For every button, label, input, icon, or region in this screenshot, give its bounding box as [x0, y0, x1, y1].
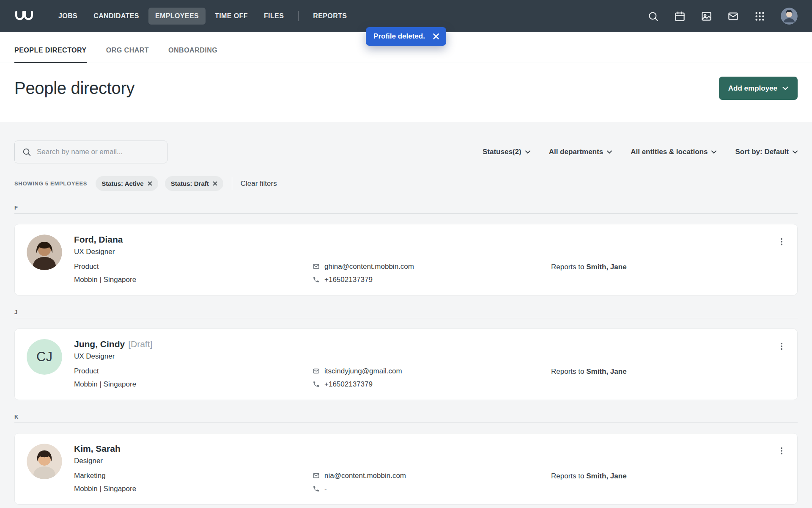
employee-entity-location: Mobbin | Singapore [74, 485, 308, 492]
chip-status-active[interactable]: Status: Active [96, 176, 158, 191]
active-filters-row: SHOWING 5 EMPLOYEES Status: Active Statu… [14, 176, 798, 191]
employee-department: Product [74, 367, 308, 375]
page-title: People directory [14, 79, 134, 98]
chevron-down-icon [525, 150, 530, 154]
logo-icon [14, 10, 34, 23]
employee-card[interactable]: Ford, Diana UX Designer Product Mobbin |… [14, 224, 798, 295]
kebab-menu-icon[interactable] [777, 446, 786, 456]
employee-job-title: UX Designer [74, 352, 785, 361]
manager-name: Smith, Jane [586, 367, 626, 375]
avatar-image [27, 235, 62, 270]
employee-department: Marketing [74, 472, 308, 479]
phone-icon [313, 485, 320, 492]
nav-item-files[interactable]: FILES [257, 8, 291, 25]
employee-contact-column: nia@content.mobbin.com - [313, 472, 547, 492]
envelope-icon [313, 263, 320, 270]
add-employee-button[interactable]: Add employee [719, 77, 798, 100]
employee-card[interactable]: Kim, Sarah Designer Marketing Mobbin | S… [14, 433, 798, 505]
employee-manager-column: Reports to Smith, Jane [551, 367, 785, 388]
photo-icon[interactable] [701, 11, 712, 22]
chip-close-icon[interactable] [213, 181, 217, 186]
chip-label: Status: Active [102, 180, 143, 187]
nav-item-reports[interactable]: REPORTS [306, 8, 354, 25]
search-icon[interactable] [647, 11, 659, 22]
avatar-image [27, 444, 62, 479]
statuses-filter-label: Statuses(2) [483, 148, 521, 156]
employee-name-text: Ford, Diana [74, 235, 123, 244]
kebab-menu-icon[interactable] [777, 342, 786, 351]
nav-item-timeoff[interactable]: TIME OFF [208, 8, 255, 25]
add-employee-label: Add employee [728, 84, 777, 93]
employee-name: Ford, Diana [74, 235, 785, 245]
chip-status-draft[interactable]: Status: Draft [165, 176, 223, 191]
employee-entity-location: Mobbin | Singapore [74, 381, 308, 388]
chip-label: Status: Draft [171, 180, 209, 187]
group-letter: F [14, 204, 798, 211]
filter-controls: Statuses(2) All departments All entities… [14, 141, 798, 163]
nav-item-jobs[interactable]: JOBS [52, 8, 84, 25]
reports-to-label: Reports to [551, 367, 584, 375]
tab-onboarding[interactable]: ONBOARDING [168, 47, 217, 63]
search-input[interactable] [14, 141, 167, 163]
chevron-down-icon [607, 150, 612, 154]
sort-by-filter[interactable]: Sort by: Default [735, 148, 798, 156]
phone-icon [313, 381, 320, 388]
employee-manager-column: Reports to Smith, Jane [551, 472, 785, 492]
employee-job-title: Designer [74, 457, 785, 465]
envelope-icon [313, 367, 320, 375]
employee-name: Kim, Sarah [74, 444, 785, 454]
employee-name: Jung, Cindy[Draft] [74, 339, 785, 349]
employee-entity-location: Mobbin | Singapore [74, 276, 308, 283]
mail-icon[interactable] [727, 11, 739, 22]
employee-card[interactable]: CJ Jung, Cindy[Draft] UX Designer Produc… [14, 329, 798, 400]
nav-links: JOBS CANDIDATES EMPLOYEES TIME OFF FILES… [52, 8, 354, 25]
apps-grid-icon[interactable] [754, 11, 765, 22]
letter-group-f: F Ford, Diana UX Designer [14, 204, 798, 295]
nav-item-employees[interactable]: EMPLOYEES [148, 8, 206, 25]
chevron-down-icon [711, 150, 716, 154]
tab-people-directory[interactable]: PEOPLE DIRECTORY [14, 47, 87, 63]
user-avatar[interactable] [781, 8, 798, 25]
letter-group-k: K Kim, Sarah Designer [14, 414, 798, 505]
page-header: People directory Add employee [0, 63, 812, 122]
search-input-icon [22, 147, 31, 157]
employee-email: nia@content.mobbin.com [324, 472, 406, 479]
nav-item-candidates[interactable]: CANDIDATES [87, 8, 146, 25]
reports-to-label: Reports to [551, 472, 584, 480]
employee-avatar-initials: CJ [27, 339, 62, 375]
statuses-filter[interactable]: Statuses(2) [483, 148, 530, 156]
employee-phone: - [324, 485, 327, 492]
calendar-icon[interactable] [674, 11, 686, 22]
manager-name: Smith, Jane [586, 263, 626, 271]
toast-message: Profile deleted. [373, 32, 425, 41]
group-letter: K [14, 414, 798, 420]
chevron-down-icon [782, 86, 788, 90]
kebab-menu-icon[interactable] [777, 237, 786, 246]
employee-job-title: UX Designer [74, 248, 785, 256]
employee-org-column: Product Mobbin | Singapore [74, 263, 308, 283]
group-divider [14, 422, 798, 423]
draft-tag: [Draft] [128, 339, 152, 349]
employee-avatar-photo [27, 235, 62, 270]
departments-filter[interactable]: All departments [549, 148, 612, 156]
entities-locations-filter[interactable]: All entities & locations [631, 148, 716, 156]
employee-contact-column: itscindyjung@gmail.com +16502137379 [313, 367, 547, 388]
toast-notification: Profile deleted. [366, 27, 446, 46]
reports-to-label: Reports to [551, 263, 584, 271]
employee-contact-column: ghina@content.mobbin.com +16502137379 [313, 263, 547, 283]
employee-phone: +16502137379 [324, 381, 373, 388]
employee-department: Product [74, 263, 308, 270]
toast-close-icon[interactable] [433, 33, 439, 40]
chip-close-icon[interactable] [148, 181, 152, 186]
tab-org-chart[interactable]: ORG CHART [106, 47, 149, 63]
employee-email: itscindyjung@gmail.com [324, 367, 402, 375]
employee-email: ghina@content.mobbin.com [324, 263, 414, 270]
app-logo[interactable] [14, 10, 34, 23]
group-letter: J [14, 309, 798, 315]
employee-name-text: Jung, Cindy [74, 339, 125, 349]
chevron-down-icon [793, 150, 798, 154]
manager-name: Smith, Jane [586, 472, 626, 480]
search-box [14, 141, 167, 163]
clear-filters-link[interactable]: Clear filters [241, 179, 277, 188]
departments-filter-label: All departments [549, 148, 603, 156]
